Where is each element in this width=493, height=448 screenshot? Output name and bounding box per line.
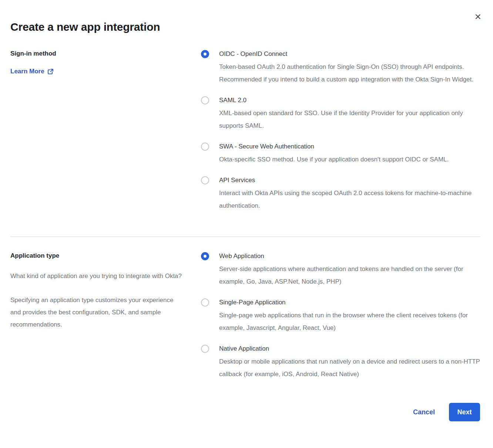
create-app-integration-dialog: × Create a new app integration Sign-in m… — [0, 0, 493, 448]
option-description-single-page-application: Single-page web applications that run in… — [219, 309, 480, 334]
option-label-saml[interactable]: SAML 2.0 — [219, 96, 480, 105]
radio-option-swa[interactable]: SWA - Secure Web Authentication Okta-spe… — [201, 142, 480, 166]
radio-saml[interactable] — [201, 96, 209, 104]
radio-api-services[interactable] — [201, 176, 209, 184]
next-button[interactable]: Next — [449, 403, 480, 421]
option-label-native-application[interactable]: Native Application — [219, 344, 480, 353]
learn-more-label: Learn More — [10, 68, 44, 75]
option-description-native-application: Desktop or mobile applications that run … — [219, 355, 480, 381]
radio-option-native-application[interactable]: Native Application Desktop or mobile app… — [201, 344, 480, 381]
radio-option-web-application[interactable]: Web Application Server-side applications… — [201, 252, 480, 288]
option-label-swa[interactable]: SWA - Secure Web Authentication — [219, 142, 449, 151]
radio-single-page-application[interactable] — [201, 298, 209, 307]
radio-swa[interactable] — [201, 143, 209, 151]
radio-oidc[interactable] — [201, 50, 209, 58]
option-label-oidc[interactable]: OIDC - OpenID Connect — [219, 50, 480, 58]
application-type-question: What kind of application are you trying … — [10, 270, 184, 282]
external-link-icon — [47, 68, 54, 75]
signin-method-section: Sign-in method Learn More OIDC - OpenID … — [10, 50, 480, 212]
application-type-left-column: Application type What kind of applicatio… — [10, 252, 201, 331]
option-description-swa: Okta-specific SSO method. Use if your ap… — [219, 153, 449, 166]
radio-web-application[interactable] — [201, 252, 209, 260]
radio-option-single-page-application[interactable]: Single-Page Application Single-page web … — [201, 298, 480, 334]
application-type-options: Web Application Server-side applications… — [201, 252, 480, 381]
application-type-label: Application type — [10, 252, 184, 260]
cancel-button[interactable]: Cancel — [413, 408, 435, 416]
radio-option-oidc[interactable]: OIDC - OpenID Connect Token-based OAuth … — [201, 50, 480, 86]
application-type-help-text: Specifying an application type customize… — [10, 294, 184, 331]
radio-native-application[interactable] — [201, 345, 209, 353]
close-icon[interactable]: × — [474, 11, 481, 22]
signin-method-options: OIDC - OpenID Connect Token-based OAuth … — [201, 50, 480, 212]
section-divider — [10, 237, 480, 237]
option-description-api-services: Interact with Okta APIs using the scoped… — [219, 187, 480, 212]
option-description-saml: XML-based open standard for SSO. Use if … — [219, 107, 480, 132]
dialog-footer: Cancel Next — [10, 403, 480, 421]
learn-more-link[interactable]: Learn More — [10, 68, 54, 75]
radio-option-saml[interactable]: SAML 2.0 XML-based open standard for SSO… — [201, 96, 480, 132]
signin-method-label: Sign-in method — [10, 50, 184, 58]
option-label-single-page-application[interactable]: Single-Page Application — [219, 298, 480, 307]
option-label-api-services[interactable]: API Services — [219, 176, 480, 185]
signin-method-left-column: Sign-in method Learn More — [10, 50, 201, 75]
page-title: Create a new app integration — [10, 0, 480, 33]
application-type-section: Application type What kind of applicatio… — [10, 252, 480, 381]
option-description-oidc: Token-based OAuth 2.0 authentication for… — [219, 61, 480, 86]
option-label-web-application[interactable]: Web Application — [219, 252, 480, 261]
option-description-web-application: Server-side applications where authentic… — [219, 263, 480, 288]
radio-option-api-services[interactable]: API Services Interact with Okta APIs usi… — [201, 176, 480, 212]
